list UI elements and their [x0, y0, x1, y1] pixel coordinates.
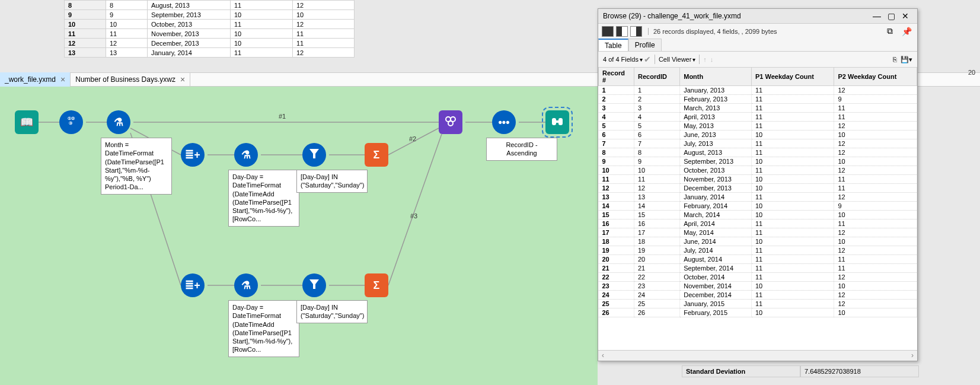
svg-text:①②: ①②	[68, 116, 75, 120]
table-row[interactable]: 33March, 20131111	[599, 104, 917, 113]
table-row[interactable]: 55May, 20131112	[599, 122, 917, 131]
table-row[interactable]: 22February, 2013119	[599, 95, 917, 104]
pin-button[interactable]: 📌	[899, 27, 914, 36]
table-row[interactable]: 2525January, 20151112	[599, 300, 917, 308]
popout-button[interactable]: ⧉	[883, 26, 897, 36]
table-row[interactable]: 2222October, 20141112	[599, 273, 917, 282]
table-row[interactable]: 1414February, 2014109	[599, 202, 917, 211]
tab-label: _work_file.yxmd	[5, 75, 56, 84]
close-icon[interactable]: ×	[60, 75, 65, 84]
generaterows-icon: ≣+	[185, 148, 200, 161]
column-header[interactable]: P2 Weekday Count	[834, 68, 917, 86]
table-row[interactable]: 1010October, 20131112	[65, 20, 355, 29]
table-row[interactable]: 1111November, 20131011	[599, 175, 917, 184]
filter-tool-2[interactable]	[302, 273, 326, 297]
table-row[interactable]: 1010October, 20131112	[599, 166, 917, 175]
filter-label: [Day-Day] IN ("Saturday","Sunday")	[296, 170, 368, 193]
svg-rect-20	[552, 118, 556, 125]
formula-label: Month = DateTimeFormat (DateTimeParse([P…	[101, 138, 172, 195]
generate-rows-tool-2[interactable]: ≣+	[181, 273, 205, 297]
filter-icon	[307, 277, 321, 294]
scroll-left-icon[interactable]: ‹	[602, 351, 604, 359]
summarize-tool-2[interactable]: Σ	[365, 273, 388, 297]
results-grid[interactable]: Record #RecordIDMonthP1 Weekday CountP2 …	[598, 67, 917, 350]
table-row[interactable]: 77July, 20131112	[599, 139, 917, 148]
table-row[interactable]: 1818June, 20141010	[599, 237, 917, 246]
close-button[interactable]: ✕	[898, 11, 912, 21]
flask-icon: ⚗	[114, 116, 123, 129]
table-row[interactable]: 2626February, 20151010	[599, 308, 917, 317]
tab-business-days[interactable]: Number of Business Days.yxwz ×	[71, 72, 190, 87]
sigma-icon: Σ	[374, 149, 380, 161]
table-row[interactable]: 11January, 20131112	[599, 86, 917, 95]
tab-work-file[interactable]: _work_file.yxmd ×	[0, 72, 71, 87]
cell-viewer-selector[interactable]: Cell Viewer ▾	[659, 56, 695, 63]
sort-desc-button[interactable]: ↓	[710, 56, 714, 63]
browse-toolbar: 26 records displayed, 4 fields, , 2099 b…	[598, 23, 917, 39]
table-row[interactable]: 2323November, 20141010	[599, 282, 917, 291]
table-row[interactable]: 1313January, 20141112	[65, 48, 355, 58]
tab-profile[interactable]: Profile	[628, 39, 662, 51]
table-row[interactable]: 1212December, 20131011	[599, 184, 917, 193]
table-row[interactable]: 44April, 20131111	[599, 113, 917, 122]
close-icon[interactable]: ×	[180, 75, 185, 84]
recordid-icon: ①②③	[65, 115, 77, 130]
table-row[interactable]: 1515March, 20141010	[599, 211, 917, 219]
column-header[interactable]: P1 Weekday Count	[751, 68, 834, 86]
table-row[interactable]: 2020August, 20141111	[599, 255, 917, 264]
horizontal-scrollbar[interactable]: ‹ ›	[598, 350, 917, 361]
save-button[interactable]: 💾▾	[901, 56, 912, 63]
table-row[interactable]: 88August, 20131112	[599, 148, 917, 157]
summarize-tool-1[interactable]: Σ	[365, 143, 388, 167]
table-row[interactable]: 66June, 20131010	[599, 131, 917, 139]
sort-icon: •••	[499, 116, 510, 129]
browse-tool[interactable]	[545, 110, 569, 134]
connection-label: #2	[409, 135, 416, 142]
table-row[interactable]: 1717May, 20141112	[599, 228, 917, 237]
window-titlebar[interactable]: Browse (29) - challenge_41_work_file.yxm…	[598, 9, 917, 23]
formula-tool-day1[interactable]: ⚗	[234, 143, 258, 167]
copy-button[interactable]: ⎘	[893, 56, 897, 63]
flask-icon: ⚗	[241, 148, 251, 161]
column-header[interactable]: Month	[680, 68, 752, 86]
table-row[interactable]: 1919July, 20141112	[599, 246, 917, 255]
table-row[interactable]: 99September, 20131010	[65, 10, 355, 20]
svg-text:③: ③	[69, 121, 72, 125]
record-id-tool[interactable]: ①②③	[59, 110, 83, 134]
table-row[interactable]: 99September, 20131010	[599, 157, 917, 166]
layout-split-button[interactable]	[616, 26, 628, 37]
table-row[interactable]: 1616April, 20141111	[599, 219, 917, 228]
binoculars-icon	[551, 114, 564, 131]
table-row[interactable]: 1212December, 20131011	[65, 39, 355, 48]
sort-tool[interactable]: •••	[492, 110, 516, 134]
generaterows-icon: ≣+	[185, 279, 200, 292]
column-header[interactable]: Record #	[599, 68, 634, 86]
minimize-button[interactable]: —	[870, 11, 884, 21]
browse-results-window[interactable]: Browse (29) - challenge_41_work_file.yxm…	[598, 8, 918, 361]
divider	[699, 55, 700, 64]
column-header[interactable]: RecordID	[634, 68, 680, 86]
layout-right-button[interactable]	[630, 26, 642, 37]
filter-tool-1[interactable]	[302, 143, 326, 167]
formula-tool-month[interactable]: ⚗	[107, 110, 130, 134]
sort-asc-button[interactable]: ↑	[703, 56, 707, 63]
join-multiple-tool[interactable]	[439, 110, 462, 134]
table-row[interactable]: 2121September, 20141111	[599, 264, 917, 273]
records-status: 26 records displayed, 4 fields, , 2099 b…	[648, 28, 777, 35]
table-row[interactable]: 88August, 20131112	[65, 1, 355, 10]
maximize-button[interactable]: ▢	[884, 11, 898, 21]
table-row[interactable]: 1313January, 20141112	[599, 193, 917, 202]
stat-label: Standard Deviation	[682, 365, 800, 377]
table-row[interactable]: 1111November, 20131011	[65, 29, 355, 39]
scroll-right-icon[interactable]: ›	[911, 351, 914, 359]
formula-tool-day2[interactable]: ⚗	[234, 273, 258, 297]
fields-selector[interactable]: 4 of 4 Fields ▾ ✔	[603, 55, 651, 64]
table-row[interactable]: 2424December, 20141112	[599, 291, 917, 300]
flask-icon: ⚗	[241, 279, 251, 292]
filter-label: [Day-Day] IN ("Saturday","Sunday")	[296, 300, 368, 323]
text-input-tool[interactable]: 📖	[15, 110, 39, 134]
workflow-canvas[interactable]: #1 #2 #3 📖 ①②③ ⚗ Month = DateTimeFormat …	[0, 87, 598, 385]
generate-rows-tool[interactable]: ≣+	[181, 143, 205, 167]
layout-full-button[interactable]	[602, 26, 614, 37]
tab-table[interactable]: Table	[598, 39, 628, 51]
